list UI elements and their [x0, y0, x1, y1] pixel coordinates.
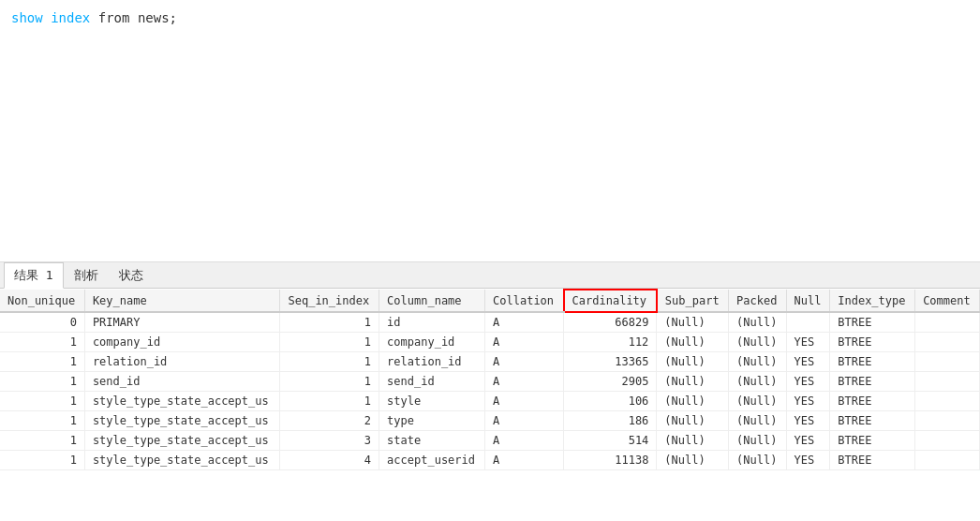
col-column-name: Column_name — [379, 290, 485, 312]
keyword-from: from — [98, 10, 130, 25]
table-row: 0PRIMARY1idA66829(Null)(Null)BTREE — [0, 312, 980, 333]
col-seq-in-index: Seq_in_index — [280, 290, 379, 312]
index-table: Non_unique Key_name Seq_in_index Column_… — [0, 289, 980, 470]
col-non-unique: Non_unique — [0, 290, 84, 312]
col-packed: Packed — [729, 290, 786, 312]
col-comment: Comment — [915, 290, 980, 312]
col-null: Null — [786, 290, 830, 312]
tab-analyze[interactable]: 剖析 — [64, 262, 109, 289]
tabs-bar: 结果 1 剖析 状态 — [0, 262, 980, 289]
col-collation: Collation — [485, 290, 564, 312]
table-row: 1style_type_state_accept_us3stateA514(Nu… — [0, 431, 980, 451]
col-key-name: Key_name — [84, 290, 280, 312]
sql-editor: show index from news; — [11, 7, 969, 28]
col-sub-part: Sub_part — [657, 290, 729, 312]
top-area: show index from news; — [0, 0, 980, 262]
col-cardinality: Cardinality — [564, 290, 657, 312]
table-row: 1style_type_state_accept_us4accept_useri… — [0, 451, 980, 470]
table-row: 1send_id1send_idA2905(Null)(Null)YESBTRE… — [0, 372, 980, 392]
col-index-type: Index_type — [830, 290, 915, 312]
table-header-row: Non_unique Key_name Seq_in_index Column_… — [0, 290, 980, 312]
tab-result[interactable]: 结果 1 — [4, 262, 64, 289]
table-row: 1relation_id1relation_idA13365(Null)(Nul… — [0, 352, 980, 372]
table-container[interactable]: Non_unique Key_name Seq_in_index Column_… — [0, 289, 980, 521]
table-row: 1style_type_state_accept_us2typeA186(Nul… — [0, 411, 980, 431]
tab-status[interactable]: 状态 — [109, 262, 154, 289]
table-row: 1style_type_state_accept_us1styleA106(Nu… — [0, 392, 980, 411]
keyword-show: show — [11, 10, 43, 25]
keyword-news: news; — [138, 10, 177, 25]
keyword-index: index — [51, 10, 90, 25]
table-row: 1company_id1company_idA112(Null)(Null)YE… — [0, 333, 980, 352]
